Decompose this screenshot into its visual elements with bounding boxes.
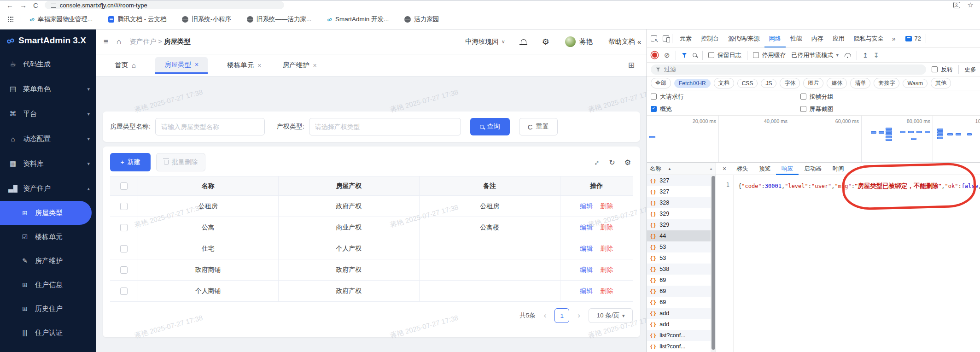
type-chip[interactable]: 图片 <box>803 78 823 88</box>
close-icon[interactable]: × <box>195 61 198 68</box>
edit-link[interactable]: 编辑 <box>580 223 593 231</box>
name-column-header[interactable]: 名称 ▲ ▲ <box>647 163 716 175</box>
menu-collapse-icon[interactable]: ≡ <box>104 37 108 47</box>
export-har-icon[interactable]: ↧ <box>874 52 879 59</box>
prev-page-icon[interactable]: ‹ <box>544 311 547 320</box>
batch-delete-button[interactable]: 批量删除 <box>156 153 205 171</box>
detail-tab[interactable]: 时间 <box>827 163 850 175</box>
help-doc-link[interactable]: 帮助文档 « <box>608 37 641 46</box>
request-row[interactable]: {} 44 <box>647 230 711 241</box>
bookmark-item[interactable]: 旧系统-小程序 <box>182 15 231 23</box>
page-size-select[interactable]: 10 条/页 ▾ <box>589 308 633 323</box>
sidebar-item[interactable]: ☕ 代码生成 <box>0 52 96 76</box>
checkbox-checked[interactable] <box>651 106 657 112</box>
gear-icon[interactable]: ⚙ <box>542 37 549 47</box>
type-chip[interactable]: 字体 <box>780 78 800 88</box>
detail-tab[interactable]: 标头 <box>731 163 753 175</box>
delete-link[interactable]: 删除 <box>600 266 613 273</box>
more-filters[interactable]: 更多 <box>964 65 976 74</box>
throttling-select[interactable]: 已停用节流模式 ▾ <box>792 51 839 59</box>
request-row[interactable]: {} 69 <box>647 286 711 297</box>
network-overview-timeline[interactable]: 20,000 ms40,000 ms60,000 ms80,000 ms100,… <box>647 115 980 163</box>
request-row[interactable]: {} 538 <box>647 264 711 275</box>
refresh-icon[interactable]: ↻ <box>609 158 615 167</box>
project-selector[interactable]: 中海玫瑰园 ∨ <box>465 37 505 46</box>
devtools-tab[interactable]: 内存 <box>807 29 828 48</box>
sidebar-item[interactable]: ▦ 资料库 ▾ <box>0 151 96 176</box>
page-tab[interactable]: 房屋类型 ⌂ × <box>155 57 208 74</box>
sidebar-item[interactable]: ▄█ 资产住户 ▴ <box>0 176 96 201</box>
request-row[interactable]: {} list?conf... <box>647 330 711 341</box>
device-toolbar-icon[interactable] <box>663 35 669 41</box>
row-checkbox[interactable] <box>120 203 128 210</box>
type-chip[interactable]: Fetch/XHR <box>674 79 711 88</box>
devtools-tab[interactable]: 应用 <box>828 29 849 48</box>
bookmark-item[interactable]: 旧系统——活力家... <box>247 15 311 23</box>
devtools-tab[interactable]: 控制台 <box>696 29 723 48</box>
screenshots-option[interactable]: 屏幕截图 <box>800 105 834 113</box>
sidebar-item[interactable]: ▤ 菜单角色 ▾ <box>0 76 96 101</box>
type-chip[interactable]: Wasm <box>903 79 928 88</box>
record-icon[interactable] <box>652 53 657 58</box>
preserve-log-option[interactable]: 保留日志 <box>708 51 741 59</box>
delete-link[interactable]: 删除 <box>600 223 613 231</box>
type-chip[interactable]: 媒体 <box>827 78 847 88</box>
edit-link[interactable]: 编辑 <box>580 202 593 210</box>
reload-icon[interactable]: C <box>33 1 38 9</box>
sidebar-item[interactable]: ⌂ 动态配置 ▾ <box>0 126 96 151</box>
next-page-icon[interactable]: › <box>578 311 580 320</box>
type-chip[interactable]: JS <box>761 79 776 88</box>
filter-input[interactable]: 过滤 <box>651 65 926 75</box>
bell-icon[interactable] <box>521 39 526 44</box>
devtools-tab[interactable]: 源代码/来源 <box>723 29 764 48</box>
site-settings-icon[interactable] <box>51 4 56 8</box>
detail-tab[interactable]: 启动器 <box>799 163 827 175</box>
checkbox[interactable] <box>800 106 806 112</box>
row-checkbox[interactable] <box>120 287 128 295</box>
devtools-tab[interactable]: 网络 <box>764 29 786 48</box>
delete-link[interactable]: 删除 <box>600 245 613 252</box>
sidebar-item[interactable]: ⌘ 平台 ▾ <box>0 101 96 126</box>
page-tab[interactable]: 房产维护 ⌂ × <box>280 57 318 74</box>
request-row[interactable]: {} 329 <box>647 208 711 219</box>
sidebar-item[interactable]: ⊞ 住户信息 <box>0 273 96 297</box>
network-conditions-icon[interactable] <box>844 53 851 58</box>
detail-tab[interactable]: 预览 <box>753 163 776 175</box>
type-chip[interactable]: 文档 <box>714 78 734 88</box>
checkbox[interactable] <box>708 52 714 58</box>
request-row[interactable]: {} 69 <box>647 297 711 308</box>
page-tab[interactable]: 首页 ⌂ × <box>113 57 138 74</box>
reset-button[interactable]: C 重置 <box>519 118 558 135</box>
group-by-frame-option[interactable]: 按帧分组 <box>800 93 834 101</box>
request-row[interactable]: {} list?conf... <box>647 341 711 352</box>
filter-icon[interactable] <box>682 53 687 58</box>
checkbox[interactable] <box>932 66 938 72</box>
edit-link[interactable]: 编辑 <box>580 245 593 252</box>
close-icon[interactable]: × <box>257 62 261 69</box>
edit-link[interactable]: 编辑 <box>580 287 593 294</box>
edit-link[interactable]: 编辑 <box>580 266 593 273</box>
bookmark-item[interactable]: 腾讯文档 - 云文档 <box>108 15 167 23</box>
bookmark-item[interactable]: 活力家园 <box>404 15 439 23</box>
url-bar[interactable]: console.smartxfjy.cn/#/room-type <box>45 1 284 9</box>
request-row[interactable]: {} 69 <box>647 275 711 286</box>
back-icon[interactable]: ← <box>6 1 13 9</box>
checkbox[interactable] <box>800 94 806 100</box>
delete-link[interactable]: 删除 <box>600 202 613 210</box>
request-row[interactable]: {} 328 <box>647 197 711 208</box>
devtools-tab[interactable]: 元素 <box>675 29 696 48</box>
forward-icon[interactable]: → <box>20 1 27 9</box>
bookmark-star-icon[interactable]: ☆ <box>968 1 974 9</box>
layout-grid-icon[interactable]: ⊞ <box>628 60 635 70</box>
home-icon[interactable]: ⌂ <box>117 37 121 47</box>
delete-link[interactable]: 删除 <box>600 287 613 294</box>
request-row[interactable]: {} 329 <box>647 219 711 230</box>
request-row[interactable]: {} 53 <box>647 252 711 264</box>
clear-icon[interactable]: ⊘ <box>664 51 670 59</box>
apps-grid-icon[interactable] <box>7 16 13 22</box>
create-button[interactable]: + 新建 <box>110 153 151 171</box>
sidebar-item[interactable]: ||| 住户认证 <box>0 321 96 345</box>
page-number[interactable]: 1 <box>554 308 569 323</box>
scrollbar[interactable] <box>711 175 716 352</box>
type-chip[interactable]: 其他 <box>931 78 951 88</box>
